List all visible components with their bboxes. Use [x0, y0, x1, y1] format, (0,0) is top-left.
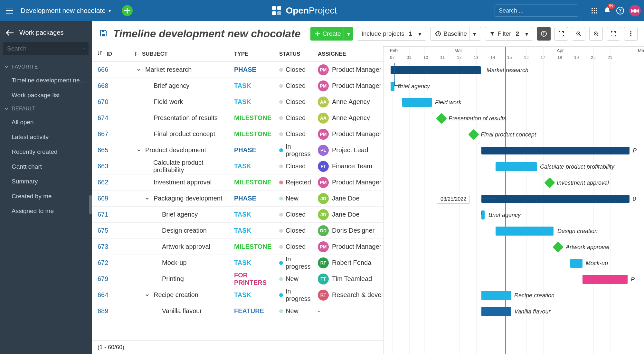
- gantt-bar[interactable]: [481, 291, 511, 300]
- chevron-down-icon[interactable]: ▾: [415, 27, 421, 40]
- global-search[interactable]: [495, 5, 578, 17]
- create-dropdown-icon[interactable]: ▾: [344, 27, 350, 41]
- global-search-input[interactable]: [499, 7, 573, 14]
- create-button[interactable]: Create ▾: [310, 27, 353, 41]
- row-id[interactable]: 664: [98, 291, 135, 299]
- table-row[interactable]: 666Market researchPHASEClosedPMProduct M…: [92, 62, 383, 78]
- auto-zoom-button[interactable]: [607, 27, 620, 41]
- sort-icon[interactable]: [98, 50, 107, 58]
- sidebar-item[interactable]: Latest activity: [0, 130, 92, 144]
- gantt-milestone[interactable]: [544, 177, 555, 188]
- table-row[interactable]: 663Calculate product profitabilityTASKCl…: [92, 158, 383, 174]
- table-row[interactable]: 672Mock-upTASKIn progressRFRobert Fonda: [92, 255, 383, 271]
- more-button[interactable]: [624, 27, 638, 41]
- sidebar-search-input[interactable]: [7, 45, 83, 52]
- table-row[interactable]: 667Final product conceptMILESTONEClosedP…: [92, 126, 383, 142]
- gantt-bar[interactable]: [391, 66, 481, 74]
- quick-add-button[interactable]: [122, 5, 133, 16]
- expand-toggle-icon[interactable]: [143, 197, 151, 200]
- row-id[interactable]: 672: [98, 259, 135, 266]
- table-row[interactable]: 668Brief agencyTASKClosedPMProduct Manag…: [92, 78, 383, 94]
- table-row[interactable]: 675Design creationTASKClosedDDDoris Desi…: [92, 223, 383, 239]
- gantt-row[interactable]: Presentation of results: [384, 110, 644, 126]
- gantt-bar[interactable]: [481, 307, 511, 316]
- include-projects-button[interactable]: Include projects 1 ▾: [357, 27, 427, 41]
- gantt-row[interactable]: Market research: [384, 62, 644, 78]
- table-row[interactable]: 673Artwork approvalMILESTONEClosedPMProd…: [92, 239, 383, 255]
- expand-toggle-icon[interactable]: [135, 148, 143, 152]
- gantt-row[interactable]: P: [384, 143, 644, 159]
- col-status[interactable]: STATUS: [279, 51, 318, 57]
- row-id[interactable]: 671: [98, 211, 135, 218]
- row-id[interactable]: 673: [98, 243, 135, 250]
- zoom-in-button[interactable]: [589, 27, 603, 41]
- expand-toggle-icon[interactable]: [135, 68, 143, 72]
- row-id[interactable]: 674: [98, 114, 135, 122]
- sidebar-item[interactable]: Assigned to me: [0, 204, 92, 219]
- gantt-row[interactable]: Artwork approval: [384, 239, 644, 255]
- gantt-bar[interactable]: [570, 259, 582, 268]
- user-avatar[interactable]: MM: [629, 5, 641, 16]
- fullscreen-button[interactable]: [554, 27, 568, 41]
- sidebar-item[interactable]: Created by me: [0, 189, 92, 204]
- gantt-bar[interactable]: [496, 227, 554, 236]
- project-name[interactable]: Development new chocolate: [21, 7, 106, 14]
- save-icon[interactable]: [99, 29, 107, 38]
- gantt-bar[interactable]: [496, 162, 537, 171]
- gantt-row[interactable]: Mock-up: [384, 255, 644, 271]
- row-id[interactable]: 689: [98, 307, 135, 315]
- sidebar-group-header[interactable]: FAVORITE: [0, 61, 92, 73]
- table-row[interactable]: 670Field workTASKClosedAAAnne Agency: [92, 94, 383, 110]
- hamburger-icon[interactable]: [3, 4, 16, 17]
- row-id[interactable]: 663: [98, 163, 135, 170]
- row-id[interactable]: 670: [98, 98, 135, 106]
- col-type[interactable]: TYPE: [234, 51, 279, 57]
- sidebar-group-header[interactable]: DEFAULT: [0, 103, 92, 115]
- col-id[interactable]: ID: [107, 51, 135, 57]
- sidebar-search[interactable]: [3, 42, 89, 55]
- sidebar-item[interactable]: Timeline development new chocolate: [0, 73, 92, 88]
- filter-button[interactable]: Filter 2 ▾: [485, 27, 533, 41]
- table-row[interactable]: 665Product developmentPHASEIn progressPL…: [92, 142, 383, 158]
- row-id[interactable]: 667: [98, 130, 135, 138]
- gantt-milestone[interactable]: [553, 242, 564, 253]
- row-id[interactable]: 665: [98, 146, 135, 154]
- sidebar-item[interactable]: Recently created: [0, 144, 92, 159]
- apps-icon[interactable]: [588, 4, 601, 17]
- gantt-chart[interactable]: FebMarMayApr0209101112131415161718192021…: [384, 46, 644, 354]
- sidebar-item[interactable]: Gantt chart: [0, 159, 92, 174]
- gantt-row[interactable]: 003/25/2022: [384, 191, 644, 207]
- chevron-down-icon[interactable]: ▾: [522, 27, 528, 40]
- gantt-bar[interactable]: [402, 98, 432, 107]
- gantt-row[interactable]: Vanilla flavour: [384, 303, 644, 320]
- sidebar-item[interactable]: Summary: [0, 174, 92, 189]
- zen-button[interactable]: [572, 27, 585, 41]
- notifications-icon[interactable]: 59: [601, 4, 614, 17]
- col-subject[interactable]: SUBJECT: [135, 51, 234, 57]
- expand-toggle-icon[interactable]: [143, 293, 151, 297]
- gantt-milestone[interactable]: [436, 113, 447, 124]
- col-assignee[interactable]: ASSIGNEE: [318, 51, 383, 57]
- scrollbar-thumb[interactable]: [89, 195, 92, 214]
- chevron-down-icon[interactable]: ▾: [469, 27, 476, 40]
- row-id[interactable]: 662: [98, 179, 135, 186]
- row-id[interactable]: 666: [98, 66, 135, 73]
- gantt-row[interactable]: Brief agency: [384, 207, 644, 223]
- gantt-milestone[interactable]: [468, 129, 479, 140]
- table-row[interactable]: 679PrintingFOR PRINTERSNewTTTim Teamlead: [92, 271, 383, 287]
- gantt-row[interactable]: Final product concept: [384, 126, 644, 143]
- sidebar-item[interactable]: All open: [0, 115, 92, 130]
- table-row[interactable]: 674Presentation of resultsMILESTONEClose…: [92, 110, 383, 126]
- gantt-row[interactable]: Brief agency: [384, 78, 644, 94]
- gantt-bar[interactable]: [391, 82, 394, 91]
- gantt-bar[interactable]: [582, 275, 628, 284]
- table-row[interactable]: 671Brief agencyTASKClosedJDJane Doe: [92, 207, 383, 223]
- table-row[interactable]: 664Recipe creationTASKIn progressRTResea…: [92, 287, 383, 303]
- row-id[interactable]: 675: [98, 227, 135, 234]
- table-row[interactable]: 669Packaging developmentPHASENewJDJane D…: [92, 191, 383, 207]
- gantt-row[interactable]: P: [384, 271, 644, 287]
- row-id[interactable]: 669: [98, 195, 135, 202]
- row-id[interactable]: 668: [98, 82, 135, 89]
- sidebar-item[interactable]: Work package list: [0, 88, 92, 103]
- gantt-row[interactable]: Field work: [384, 94, 644, 110]
